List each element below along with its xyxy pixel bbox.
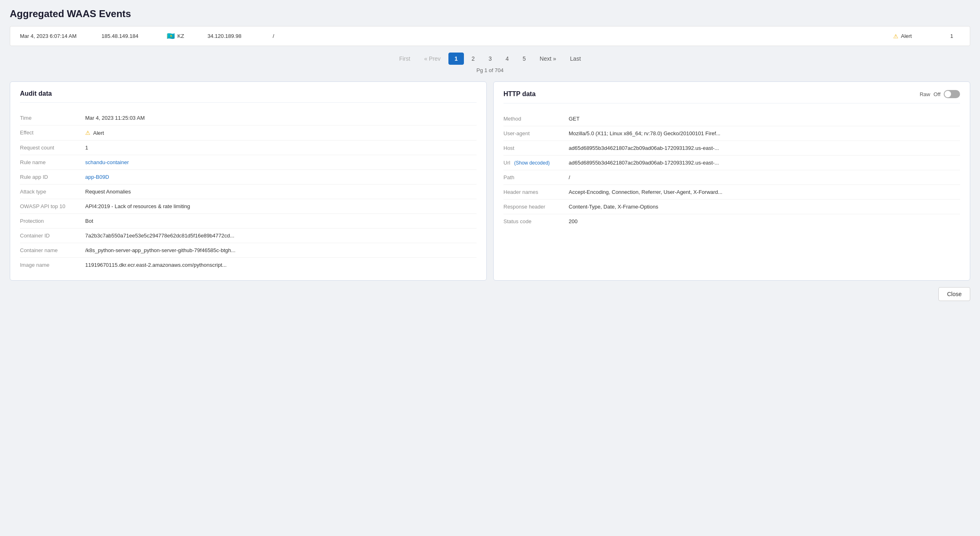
audit-effect-row: Effect ⚠ Alert xyxy=(20,125,477,141)
audit-attack-type-label: Attack type xyxy=(20,189,85,195)
page-5-button[interactable]: 5 xyxy=(516,53,532,65)
event-dest-ip: 34.120.189.98 xyxy=(204,31,269,41)
http-path-value: / xyxy=(569,174,960,180)
event-effect: ⚠ Alert xyxy=(890,31,947,41)
close-button[interactable]: Close xyxy=(938,287,970,301)
audit-image-name-label: Image name xyxy=(20,262,85,268)
http-url-label: Url (Show decoded) xyxy=(503,160,569,166)
pagination: First « Prev 1 2 3 4 5 Next » Last Pg 1 … xyxy=(10,53,970,73)
audit-container-name-value: /k8s_python-server-app_python-server-git… xyxy=(85,247,477,253)
close-btn-container: Close xyxy=(10,287,970,301)
audit-protection-value: Bot xyxy=(85,218,477,224)
http-header-names-row: Header names Accept-Encoding, Connection… xyxy=(503,185,960,200)
page-4-button[interactable]: 4 xyxy=(499,53,515,65)
event-timestamp: Mar 4, 2023 6:07:14 AM xyxy=(17,31,98,41)
http-useragent-row: User-agent Mozilla/5.0 (X11; Linux x86_6… xyxy=(503,126,960,141)
prev-page-button[interactable]: « Prev xyxy=(418,53,446,65)
audit-attack-type-value: Request Anomalies xyxy=(85,189,477,195)
audit-time-row: Time Mar 4, 2023 11:25:03 AM xyxy=(20,111,477,125)
raw-label: Raw xyxy=(920,91,930,97)
page-title: Aggregated WAAS Events xyxy=(10,8,970,20)
event-path: / xyxy=(269,31,302,41)
audit-effect-value: ⚠ Alert xyxy=(85,130,477,136)
audit-rule-app-id-label: Rule app ID xyxy=(20,174,85,180)
audit-rule-name-label: Rule name xyxy=(20,159,85,165)
table-row: Mar 4, 2023 6:07:14 AM 185.48.149.184 🇰🇿… xyxy=(10,26,970,46)
http-method-row: Method GET xyxy=(503,112,960,126)
event-table: Mar 4, 2023 6:07:14 AM 185.48.149.184 🇰🇿… xyxy=(10,26,970,46)
audit-image-name-row: Image name 11919670115.dkr.ecr.east-2.am… xyxy=(20,258,477,272)
alert-icon: ⚠ xyxy=(893,33,898,40)
page-3-button[interactable]: 3 xyxy=(482,53,498,65)
audit-protection-row: Protection Bot xyxy=(20,214,477,228)
audit-rule-name-row: Rule name schandu-container xyxy=(20,155,477,170)
http-response-header-label: Response header xyxy=(503,204,569,210)
http-fields: Method GET User-agent Mozilla/5.0 (X11; … xyxy=(503,112,960,228)
http-url-value: ad65d68955b3d4621807ac2b09ad06ab-1720931… xyxy=(569,160,960,166)
audit-attack-type-row: Attack type Request Anomalies xyxy=(20,185,477,199)
audit-container-id-label: Container ID xyxy=(20,233,85,239)
page-container: Aggregated WAAS Events Mar 4, 2023 6:07:… xyxy=(0,0,980,536)
page-1-button[interactable]: 1 xyxy=(448,53,464,65)
audit-protection-label: Protection xyxy=(20,218,85,224)
http-method-value: GET xyxy=(569,116,960,122)
show-decoded-button[interactable]: (Show decoded) xyxy=(514,160,550,166)
audit-alert-icon: ⚠ xyxy=(85,130,90,136)
http-host-row: Host ad65d68955b3d4621807ac2b09ad06ab-17… xyxy=(503,141,960,156)
http-status-code-row: Status code 200 xyxy=(503,214,960,228)
pagination-row: First « Prev 1 2 3 4 5 Next » Last xyxy=(393,53,587,65)
audit-container-id-row: Container ID 7a2b3c7ab550a71ee53e5c29477… xyxy=(20,228,477,243)
audit-container-name-label: Container name xyxy=(20,247,85,253)
http-useragent-label: User-agent xyxy=(503,130,569,136)
http-host-value: ad65d68955b3d4621807ac2b09ad06ab-1720931… xyxy=(569,145,960,151)
audit-time-value: Mar 4, 2023 11:25:03 AM xyxy=(85,115,477,121)
http-status-code-value: 200 xyxy=(569,218,960,224)
http-path-row: Path / xyxy=(503,170,960,185)
last-page-button[interactable]: Last xyxy=(564,53,587,65)
first-page-button[interactable]: First xyxy=(393,53,416,65)
country-code: KZ xyxy=(177,33,184,39)
audit-panel-title: Audit data xyxy=(20,90,52,97)
audit-request-count-label: Request count xyxy=(20,145,85,151)
audit-rule-name-value[interactable]: schandu-container xyxy=(85,159,477,165)
http-header-names-label: Header names xyxy=(503,189,569,195)
audit-owasp-row: OWASP API top 10 API4:2019 - Lack of res… xyxy=(20,199,477,214)
audit-owasp-value: API4:2019 - Lack of resources & rate lim… xyxy=(85,203,477,209)
http-panel: HTTP data Raw Off Method GET User-agent … xyxy=(493,81,970,281)
raw-toggle-container: Raw Off xyxy=(920,90,960,98)
audit-request-count-value: 1 xyxy=(85,145,477,151)
event-source-ip: 185.48.149.184 xyxy=(98,31,163,41)
http-response-header-value: Content-Type, Date, X-Frame-Options xyxy=(569,204,960,210)
toggle-knob xyxy=(945,91,951,97)
http-method-label: Method xyxy=(503,116,569,122)
http-response-header-row: Response header Content-Type, Date, X-Fr… xyxy=(503,200,960,214)
http-path-label: Path xyxy=(503,174,569,180)
http-status-code-label: Status code xyxy=(503,218,569,224)
effect-label: Alert xyxy=(901,33,912,39)
http-host-label: Host xyxy=(503,145,569,151)
page-info: Pg 1 of 704 xyxy=(477,67,504,73)
http-panel-title: HTTP data xyxy=(503,90,536,98)
audit-owasp-label: OWASP API top 10 xyxy=(20,203,85,209)
audit-fields: Time Mar 4, 2023 11:25:03 AM Effect ⚠ Al… xyxy=(20,111,477,272)
audit-time-label: Time xyxy=(20,115,85,121)
audit-request-count-row: Request count 1 xyxy=(20,141,477,155)
audit-panel-header: Audit data xyxy=(20,90,477,103)
raw-toggle-switch[interactable] xyxy=(944,90,960,98)
country-flag-icon: 🇰🇿 xyxy=(167,32,175,40)
panels-container: Audit data Time Mar 4, 2023 11:25:03 AM … xyxy=(10,81,970,281)
page-2-button[interactable]: 2 xyxy=(466,53,481,65)
http-panel-header: HTTP data Raw Off xyxy=(503,90,960,103)
audit-panel: Audit data Time Mar 4, 2023 11:25:03 AM … xyxy=(10,81,487,281)
event-country: 🇰🇿 KZ xyxy=(163,31,204,42)
audit-container-id-value: 7a2b3c7ab550a71ee53e5c294778e62dc81d5f16… xyxy=(85,233,477,239)
audit-container-name-row: Container name /k8s_python-server-app_py… xyxy=(20,243,477,258)
http-header-names-value: Accept-Encoding, Connection, Referrer, U… xyxy=(569,189,960,195)
event-count: 1 xyxy=(947,31,963,41)
audit-image-name-value: 11919670115.dkr.ecr.east-2.amazonaws.com… xyxy=(85,262,477,268)
http-url-row: Url (Show decoded) ad65d68955b3d4621807a… xyxy=(503,156,960,170)
audit-effect-label: Effect xyxy=(20,130,85,136)
raw-state-label: Off xyxy=(934,91,940,97)
next-page-button[interactable]: Next » xyxy=(534,53,562,65)
audit-rule-app-id-value[interactable]: app-B09D xyxy=(85,174,477,180)
